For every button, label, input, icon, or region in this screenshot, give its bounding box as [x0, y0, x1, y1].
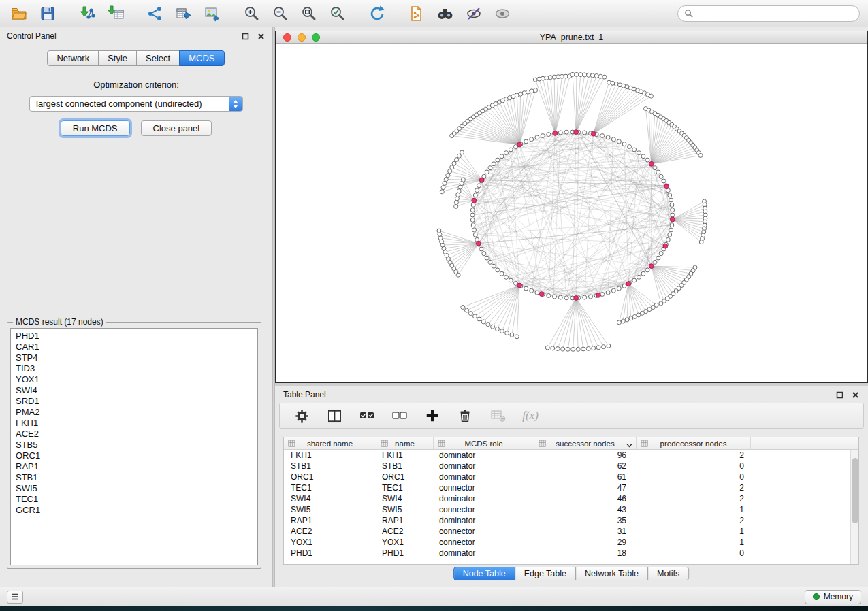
save-session-icon[interactable] — [37, 3, 59, 24]
table-row[interactable]: FKH1FKH1dominator962 — [284, 450, 850, 461]
table-cell: RAP1 — [376, 516, 434, 525]
table-panel-title: Table Panel — [283, 390, 326, 399]
close-window-icon[interactable] — [283, 33, 291, 42]
run-mcds-button[interactable]: Run MCDS — [61, 120, 130, 136]
tab-edge-table[interactable]: Edge Table — [515, 567, 576, 580]
first-neighbors-icon[interactable] — [434, 3, 456, 24]
unselect-all-icon[interactable] — [390, 406, 409, 425]
tab-select[interactable]: Select — [136, 50, 180, 66]
table-row[interactable]: SWI4SWI4dominator462 — [284, 493, 850, 504]
export-image-icon[interactable] — [202, 3, 223, 24]
table-panel-tabs: Node Table Edge Table Network Table Moti… — [454, 567, 690, 580]
export-table-icon[interactable] — [173, 3, 195, 24]
table-row[interactable]: ORC1ORC1dominator610 — [284, 472, 850, 482]
share-document-icon[interactable] — [406, 3, 428, 24]
mcds-node-item[interactable]: STB5 — [16, 440, 257, 450]
refresh-view-icon[interactable] — [366, 3, 388, 24]
mcds-node-item[interactable]: RAP1 — [16, 461, 257, 472]
close-table-panel-icon[interactable] — [851, 391, 860, 399]
tab-network-table[interactable]: Network Table — [575, 567, 648, 580]
table-cell: 2 — [637, 494, 751, 503]
tab-motifs[interactable]: Motifs — [647, 567, 689, 580]
delete-row-icon[interactable] — [455, 406, 475, 425]
status-bar: Memory — [0, 587, 868, 606]
column-header-shared-name[interactable]: shared name — [284, 437, 376, 449]
memory-button[interactable]: Memory — [805, 590, 861, 604]
tab-network[interactable]: Network — [47, 50, 99, 66]
tab-node-table[interactable]: Node Table — [453, 567, 515, 580]
table-scrollbar[interactable] — [850, 450, 858, 564]
zoom-out-icon[interactable] — [270, 3, 291, 24]
columns-icon[interactable] — [325, 406, 344, 425]
zoom-in-icon[interactable] — [241, 3, 263, 24]
table-row[interactable]: STB1STB1dominator620 — [284, 461, 850, 472]
export-network-icon[interactable] — [144, 3, 166, 24]
close-panel-button[interactable]: Close panel — [141, 120, 212, 136]
add-row-icon[interactable] — [423, 406, 442, 425]
maximize-window-icon[interactable] — [312, 33, 320, 42]
table-cell: ORC1 — [376, 472, 434, 482]
table-cell: ACE2 — [284, 527, 376, 536]
scrollbar-thumb[interactable] — [852, 458, 858, 523]
optimization-criterion-select[interactable]: largest connected component (undirected) — [29, 96, 243, 112]
table-cell: dominator — [434, 472, 534, 482]
global-search[interactable] — [677, 5, 860, 22]
gear-icon[interactable] — [292, 406, 311, 425]
mcds-node-item[interactable]: PMA2 — [16, 407, 257, 418]
table-cell: connector — [434, 483, 534, 493]
table-row[interactable]: TEC1TEC1connector472 — [284, 482, 850, 493]
tab-style[interactable]: Style — [98, 50, 137, 66]
table-row[interactable]: PHD1PHD1dominator180 — [284, 548, 850, 559]
mcds-node-item[interactable]: SWI4 — [16, 385, 257, 396]
select-all-icon[interactable] — [357, 406, 376, 425]
control-panel-title: Control Panel — [7, 31, 57, 41]
mcds-node-item[interactable]: FKH1 — [16, 418, 257, 429]
mcds-node-item[interactable]: TID3 — [16, 363, 257, 374]
import-group — [76, 3, 127, 24]
table-row[interactable]: RAP1RAP1dominator352 — [284, 515, 850, 526]
mcds-node-item[interactable]: STB1 — [16, 472, 257, 483]
mcds-node-item[interactable]: CAR1 — [16, 342, 257, 352]
import-table-icon[interactable] — [105, 3, 127, 24]
search-input[interactable] — [697, 8, 853, 19]
table-cell: 2 — [637, 516, 751, 525]
table-cell: SWI4 — [284, 494, 376, 503]
mcds-node-item[interactable]: GCR1 — [16, 505, 257, 516]
close-panel-icon[interactable] — [257, 32, 266, 41]
table-row[interactable]: ACE2ACE2connector311 — [284, 526, 850, 537]
float-panel-icon[interactable] — [241, 32, 250, 41]
minimize-window-icon[interactable] — [298, 33, 306, 42]
column-header-predecessor-nodes[interactable]: predecessor nodes — [637, 437, 751, 449]
fit-content-icon[interactable] — [298, 3, 320, 24]
sort-chevron-icon[interactable] — [626, 441, 632, 449]
table-row[interactable]: YOX1YOX1connector291 — [284, 537, 850, 548]
table-cell: dominator — [434, 494, 534, 503]
mcds-node-item[interactable]: STP4 — [16, 352, 257, 363]
mcds-node-item[interactable]: SRD1 — [16, 396, 257, 407]
mcds-node-item[interactable]: TEC1 — [16, 494, 257, 505]
optimization-criterion-label: Optimization criterion: — [0, 80, 272, 90]
column-header-mcds-role[interactable]: MCDS role — [434, 437, 534, 449]
mcds-node-item[interactable]: ACE2 — [16, 429, 257, 440]
graphics-details-icon[interactable] — [463, 3, 485, 24]
mcds-node-item[interactable]: SWI5 — [16, 483, 257, 494]
column-header-successor-nodes[interactable]: successor nodes — [534, 437, 637, 449]
mcds-result-list[interactable]: PHD1CAR1STP4TID3YOX1SWI4SRD1PMA2FKH1ACE2… — [10, 328, 258, 565]
tab-mcds[interactable]: MCDS — [179, 50, 224, 66]
zoom-selected-icon[interactable] — [327, 3, 349, 24]
table-cell: SWI4 — [376, 494, 434, 503]
network-view-titlebar[interactable]: YPA_prune.txt_1 — [276, 31, 867, 44]
column-header-name[interactable]: name — [376, 437, 434, 449]
table-cell: 62 — [534, 461, 637, 471]
mcds-node-item[interactable]: PHD1 — [16, 331, 257, 342]
mcds-node-item[interactable]: YOX1 — [16, 374, 257, 385]
show-hide-eye-icon[interactable] — [492, 3, 513, 24]
table-panel-header: Table Panel — [275, 386, 868, 403]
float-table-panel-icon[interactable] — [835, 391, 844, 399]
mcds-node-item[interactable]: ORC1 — [16, 450, 257, 461]
status-menu-button[interactable] — [7, 591, 23, 604]
table-row[interactable]: SWI5SWI5connector431 — [284, 504, 850, 515]
network-canvas[interactable] — [276, 44, 867, 382]
open-session-icon[interactable] — [8, 3, 30, 24]
import-network-icon[interactable] — [76, 3, 98, 24]
